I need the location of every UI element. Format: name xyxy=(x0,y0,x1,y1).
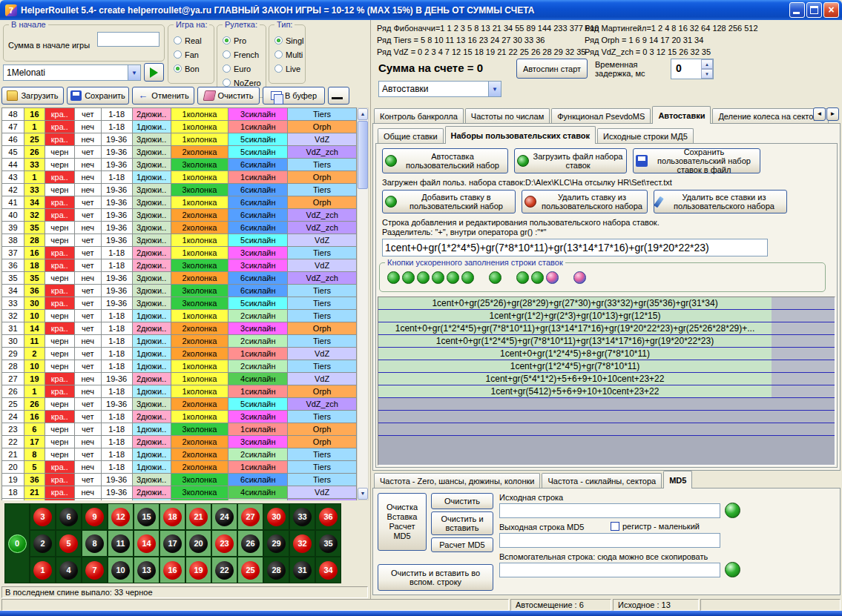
quick-coin-button-3[interactable] xyxy=(417,271,430,284)
table-row[interactable]: 4625кра..неч19-363дюжи..1колонка5сиклайн… xyxy=(2,133,357,146)
board-cell-24[interactable]: 24 xyxy=(211,503,237,530)
board-cell-17[interactable]: 17 xyxy=(159,530,185,557)
board-cell-34[interactable]: 34 xyxy=(315,557,341,583)
table-row[interactable]: 471кра..неч1-181дюжи..1колонка1сиклайнOr… xyxy=(2,121,357,133)
board-cell-3[interactable]: 3 xyxy=(30,503,56,530)
tabs-scroll-left-button[interactable]: ◄ xyxy=(813,107,826,121)
board-cell-31[interactable]: 31 xyxy=(289,557,315,583)
table-row[interactable]: 218чернчет1-181дюжи..2колонка2сиклайнTie… xyxy=(2,448,357,461)
profile-select[interactable]: 1Melonati ▼ xyxy=(3,64,141,81)
bet-list-item[interactable]: 1cent+gr(5412)+5+6+9+10+10cent+23+22 xyxy=(378,385,835,398)
board-cell-36[interactable]: 36 xyxy=(315,503,341,530)
table-row[interactable]: 3828чернчет19-363дюжи..1колонка5сиклайнV… xyxy=(2,234,357,247)
board-cell-13[interactable]: 13 xyxy=(134,557,159,583)
delete-bet-button[interactable]: Удалить ставку из пользовательского набо… xyxy=(522,190,648,213)
table-row[interactable]: 3011черннеч1-181дюжи..2колонка2сиклайнTi… xyxy=(2,335,357,348)
board-cell-18[interactable]: 18 xyxy=(159,503,185,530)
table-row[interactable]: 3618кра..чет1-182дюжи..3колонка3сиклайнV… xyxy=(2,259,357,272)
titlebar[interactable]: 7 HelperRoullet 5.4- create helperroulle… xyxy=(0,0,842,20)
board-cell-20[interactable]: 20 xyxy=(185,530,211,557)
table-row[interactable]: 4816кра..чет1-182дюжи..1колонка3сиклайнT… xyxy=(2,108,357,121)
delete-all-bets-button[interactable]: Удалить все ставки из пользовательского … xyxy=(654,190,787,213)
paste-source-ball-button[interactable] xyxy=(725,503,740,518)
radio-pro[interactable]: Pro xyxy=(217,33,266,47)
table-row[interactable]: 4433черннеч19-363дюжи..3колонка6сиклайнT… xyxy=(2,159,357,171)
bets-list[interactable]: 1cent+0+gr(25*26)+gr(28*29)+gr(27*30)+gr… xyxy=(378,297,835,466)
quick-coin-button-9[interactable] xyxy=(531,271,544,284)
scroll-down-button[interactable]: ▼ xyxy=(358,488,368,500)
quick-coin-button-8[interactable] xyxy=(516,271,529,284)
table-row[interactable]: 236чернчет1-181дюжи..3колонка1сиклайнOrp… xyxy=(2,423,357,436)
table-row[interactable]: 3114кра..чет1-182дюжи..2колонка3сиклайнO… xyxy=(2,322,357,335)
radio-real[interactable]: Real xyxy=(168,33,214,47)
board-cell-35[interactable]: 35 xyxy=(315,530,341,557)
board-cell-32[interactable]: 32 xyxy=(289,530,315,557)
board-cell-21[interactable]: 21 xyxy=(185,503,211,530)
spinner-up-button[interactable]: ▲ xyxy=(701,59,713,69)
table-row[interactable]: 2416кра..чет1-182дюжи..1колонка3сиклайнT… xyxy=(2,411,357,423)
md5-clear-paste-button[interactable]: Очистить и вставить xyxy=(431,511,493,535)
bet-list-item[interactable]: 1cent+gr(5*4*1*2)+5+6+9+10+10cent+23+22 xyxy=(378,373,835,385)
table-row[interactable]: 4134кра..чет19-363дюжи..1колонка6сиклайн… xyxy=(2,196,357,209)
board-cell-10[interactable]: 10 xyxy=(108,557,134,583)
board-cell-15[interactable]: 15 xyxy=(134,503,159,530)
quick-coin-button-7[interactable] xyxy=(489,271,501,284)
board-cell-30[interactable]: 30 xyxy=(263,503,289,530)
bet-list-item[interactable]: 1cent+0+gr(1*2*4*5)+gr(7*8*10*11)+gr(13*… xyxy=(378,322,835,335)
chevron-down-icon[interactable]: ▼ xyxy=(488,82,501,96)
md5-all-in-one-button[interactable]: Очистка Вставка Расчет MD5 xyxy=(378,493,427,551)
save-set-file-button[interactable]: Сохранить пользовательский набор ставок … xyxy=(633,148,760,173)
spinner-down-button[interactable]: ▼ xyxy=(701,69,713,79)
table-row[interactable]: 1712кра..чет1-181дюжи..3колонка2сиклайнV… xyxy=(2,499,357,500)
main-tab-2[interactable]: Функционал PsevdoMS xyxy=(551,108,651,124)
lowercase-checkbox[interactable]: регистр - маленький xyxy=(611,522,700,531)
scroll-up-button[interactable]: ▲ xyxy=(358,108,368,120)
aux-string-input[interactable] xyxy=(499,563,720,577)
buffer-button[interactable]: В буфер xyxy=(263,87,325,105)
bet-list-item[interactable]: 1cent+0+gr(25*26)+gr(28*29)+gr(27*30)+gr… xyxy=(378,297,835,310)
board-cell-33[interactable]: 33 xyxy=(289,503,315,530)
board-cell-19[interactable]: 19 xyxy=(185,557,211,583)
start-sum-input[interactable] xyxy=(97,32,159,47)
bet-list-item[interactable]: 1cent+gr(1*2*4*5)+gr(7*8*10*11) xyxy=(378,360,835,373)
board-cell-5[interactable]: 5 xyxy=(56,530,82,557)
table-row[interactable]: 4032кра..чет19-363дюжи..2колонка6сиклайн… xyxy=(2,209,357,222)
board-cell-8[interactable]: 8 xyxy=(82,530,108,557)
sub-tab-2[interactable]: Исходные строки МД5 xyxy=(597,128,694,144)
quick-coin-button-6[interactable] xyxy=(461,271,474,284)
load-button[interactable]: Загрузить xyxy=(1,87,64,105)
bet-list-item[interactable]: 1cent+gr(1*2)+gr(2*3)+gr(10*13)+gr(12*15… xyxy=(378,310,835,322)
md5-clear-paste-aux-button[interactable]: Очистить и вставить во вспом. строку xyxy=(378,564,493,591)
table-row[interactable]: 3716кра..чет1-182дюжи..1колонка3сиклайнT… xyxy=(2,247,357,259)
scrollbar-thumb[interactable] xyxy=(358,121,368,189)
table-scrollbar[interactable]: ▲ ▼ xyxy=(357,107,369,500)
output-string-input[interactable] xyxy=(499,533,720,548)
radio-singl[interactable]: Singl xyxy=(269,33,305,47)
table-row[interactable]: 2719кра..неч19-362дюжи..1колонка4сиклайн… xyxy=(2,373,357,385)
table-row[interactable]: 2810чернчет1-181дюжи..1колонка2сиклайнTi… xyxy=(2,360,357,373)
autostake-set-button[interactable]: Автоставка пользовательский набор xyxy=(382,148,508,173)
autospin-start-button[interactable]: Автоспин старт xyxy=(516,59,588,79)
table-row[interactable]: 1821кра..неч19-362дюжи..3колонка4сиклайн… xyxy=(2,486,357,499)
collapse-button[interactable] xyxy=(328,87,349,105)
radio-french[interactable]: French xyxy=(217,47,266,62)
board-cell-28[interactable]: 28 xyxy=(263,557,289,583)
sub-tab-0[interactable]: Общие ставки xyxy=(378,128,444,144)
quick-coin-button-5[interactable] xyxy=(447,271,459,284)
table-row[interactable]: 3210чернчет1-181дюжи..1колонка2сиклайнTi… xyxy=(2,310,357,322)
board-cell-4[interactable]: 4 xyxy=(56,557,82,583)
quick-ball-button-11[interactable] xyxy=(573,271,586,284)
main-tab-3[interactable]: Автоставки xyxy=(652,106,711,124)
table-row[interactable]: 1936кра..чет19-363дюжи..3колонка6сиклайн… xyxy=(2,474,357,486)
board-cell-7[interactable]: 7 xyxy=(82,557,108,583)
table-row[interactable]: 2526чернчет19-363дюжи..2колонка5сиклайнV… xyxy=(2,398,357,411)
freq-tab-2[interactable]: MD5 xyxy=(663,471,692,489)
radio-fan[interactable]: Fan xyxy=(168,47,214,62)
minimize-button[interactable] xyxy=(789,2,805,18)
table-row[interactable]: 2217черннеч1-182дюжи..2колонка3сиклайнOr… xyxy=(2,436,357,448)
radio-euro[interactable]: Euro xyxy=(217,62,266,76)
board-cell-16[interactable]: 16 xyxy=(159,557,185,583)
quick-coin-button-4[interactable] xyxy=(432,271,444,284)
tabs-scroll-right-button[interactable]: ► xyxy=(826,107,839,121)
quick-coin-button-2[interactable] xyxy=(402,271,415,284)
